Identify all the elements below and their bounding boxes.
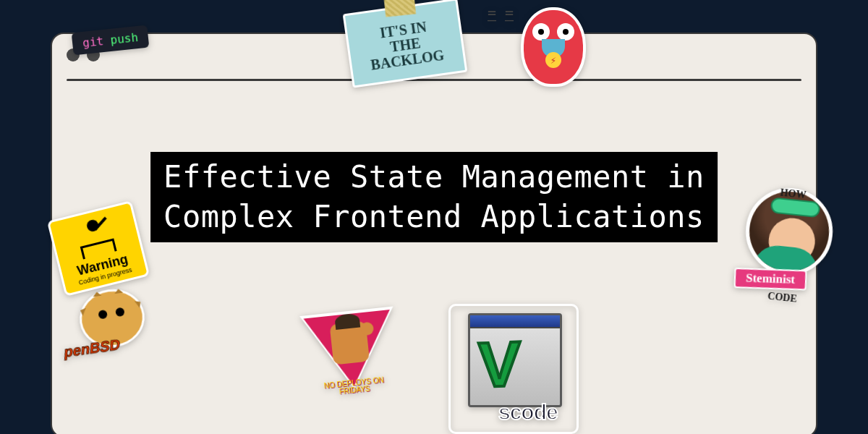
sticker-vscode: V scode bbox=[448, 304, 579, 434]
sticker-go-gopher: = =— — ⚡ bbox=[506, 1, 600, 95]
vscode-scode: scode bbox=[498, 400, 558, 425]
sticker-no-deploy-fridays: NO DEPLOYS ON FRIDAYS bbox=[299, 307, 402, 403]
git-arg: push bbox=[110, 30, 139, 47]
sticker-openbsd: penBSD bbox=[76, 285, 148, 352]
coder-silhouette-icon bbox=[70, 215, 121, 260]
flash-bolt-icon: ⚡ bbox=[545, 52, 561, 68]
gopher-eye-right bbox=[557, 23, 574, 41]
triangle-icon: NO DEPLOYS ON FRIDAYS bbox=[299, 307, 402, 403]
pufferfish-icon: penBSD bbox=[76, 285, 148, 352]
git-command: git bbox=[82, 34, 104, 50]
tape-icon bbox=[384, 0, 416, 17]
motion-lines-icon: = =— — bbox=[488, 9, 514, 23]
window-divider bbox=[67, 79, 801, 81]
fist-character-icon bbox=[330, 321, 370, 365]
page-title: Effective State Management in Complex Fr… bbox=[150, 152, 718, 242]
vscode-v: V bbox=[478, 327, 521, 402]
gopher-eye-left bbox=[532, 23, 550, 41]
gopher-icon: ⚡ bbox=[521, 7, 586, 87]
vscode-logo-icon: V scode bbox=[448, 304, 579, 434]
steminist-banner: Steminist bbox=[734, 268, 807, 290]
sticker-steminist: HOW CODE Steminist bbox=[728, 183, 848, 310]
avatar-ring-text: HOW CODE bbox=[726, 181, 849, 310]
